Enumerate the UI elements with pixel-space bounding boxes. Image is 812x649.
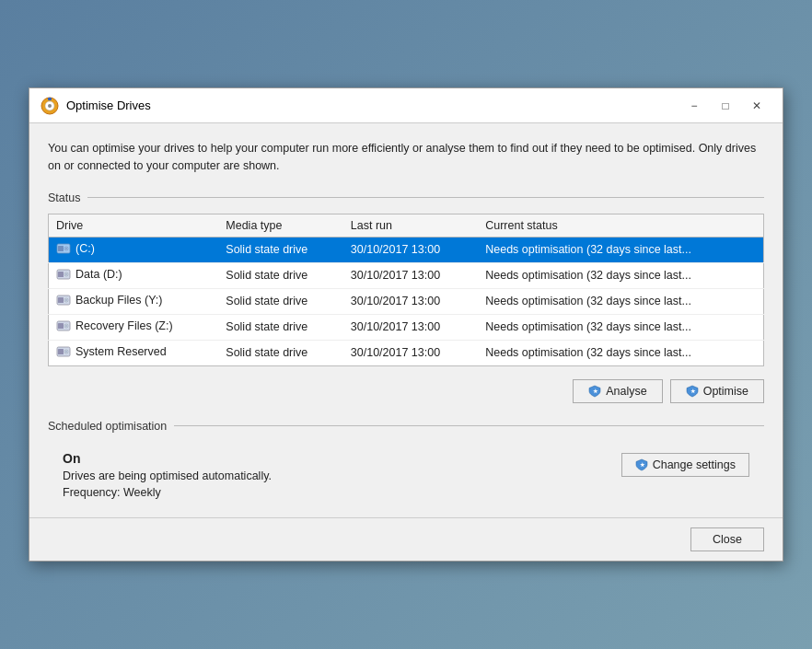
svg-point-15 xyxy=(65,299,66,300)
scheduled-frequency: Frequency: Weekly xyxy=(63,486,621,499)
status-cell: Needs optimisation (32 days since last..… xyxy=(478,237,763,262)
drive-icon-cell: Data (D:) xyxy=(56,267,122,282)
minimize-button[interactable]: − xyxy=(679,96,709,116)
change-settings-label: Change settings xyxy=(653,458,736,471)
svg-rect-13 xyxy=(58,297,64,303)
drive-name-cell: Recovery Files (Z:) xyxy=(49,314,219,340)
disk-icon xyxy=(56,241,71,256)
drive-label: Data (D:) xyxy=(75,268,122,281)
drive-label: System Reserved xyxy=(75,345,167,358)
svg-rect-21 xyxy=(58,349,64,354)
status-section-header: Status xyxy=(48,191,764,204)
drive-name-cell: (C:) xyxy=(49,237,219,262)
media-type-cell: Solid state drive xyxy=(218,237,343,262)
analyse-shield-icon: ★ xyxy=(588,385,601,398)
analyse-label: Analyse xyxy=(606,385,646,398)
table-row[interactable]: Recovery Files (Z:) Solid state drive30/… xyxy=(49,314,764,340)
description-text: You can optimise your drives to help you… xyxy=(48,140,764,175)
optimise-button[interactable]: ★ Optimise xyxy=(670,379,764,403)
titlebar-icon xyxy=(41,97,59,115)
drive-name-cell: Data (D:) xyxy=(49,262,219,288)
table-header-row: Drive Media type Last run Current status xyxy=(49,214,764,237)
disk-icon xyxy=(56,344,71,359)
drive-icon-cell: Recovery Files (Z:) xyxy=(56,319,173,333)
svg-point-19 xyxy=(65,325,66,326)
optimise-label: Optimise xyxy=(703,385,748,398)
main-content: You can optimise your drives to help you… xyxy=(29,123,783,517)
table-row[interactable]: Data (D:) Solid state drive30/10/2017 13… xyxy=(49,262,764,288)
table-row[interactable]: System Reserved Solid state drive30/10/2… xyxy=(49,340,764,365)
svg-rect-17 xyxy=(58,323,64,329)
drive-label: (C:) xyxy=(75,242,95,255)
drive-label: Recovery Files (Z:) xyxy=(75,319,173,332)
status-cell: Needs optimisation (32 days since last..… xyxy=(478,314,763,340)
table-body: (C:) Solid state drive30/10/2017 13:00Ne… xyxy=(49,237,764,365)
svg-rect-5 xyxy=(58,246,64,251)
scheduled-row: On Drives are being optimised automatica… xyxy=(63,451,749,499)
last-run-cell: 30/10/2017 13:00 xyxy=(343,314,478,340)
change-settings-shield-icon: ★ xyxy=(635,458,648,471)
maximize-button[interactable]: □ xyxy=(711,96,740,116)
last-run-cell: 30/10/2017 13:00 xyxy=(343,237,478,262)
table-row[interactable]: (C:) Solid state drive30/10/2017 13:00Ne… xyxy=(49,237,764,262)
optimise-shield-icon: ★ xyxy=(686,385,699,398)
drive-icon-cell: (C:) xyxy=(56,241,95,256)
scheduled-divider xyxy=(174,425,764,426)
disk-icon xyxy=(56,319,71,333)
status-divider xyxy=(87,197,764,198)
disk-icon xyxy=(56,293,71,307)
col-current-status: Current status xyxy=(478,214,763,237)
svg-point-23 xyxy=(65,351,66,352)
window-title: Optimise Drives xyxy=(66,99,672,112)
svg-point-7 xyxy=(65,248,66,249)
svg-rect-9 xyxy=(58,272,64,277)
drive-name-cell: Backup Files (Y:) xyxy=(49,288,219,314)
close-button[interactable]: Close xyxy=(690,527,764,551)
scheduled-status: On xyxy=(63,451,621,466)
action-buttons: ★ Analyse ★ Optimise xyxy=(48,379,764,403)
status-cell: Needs optimisation (32 days since last..… xyxy=(478,262,763,288)
col-last-run: Last run xyxy=(343,214,478,237)
media-type-cell: Solid state drive xyxy=(218,262,343,288)
window-close-button[interactable]: ✕ xyxy=(742,96,771,116)
col-drive: Drive xyxy=(49,214,219,237)
scheduled-description: Drives are being optimised automatically… xyxy=(63,469,621,482)
scheduled-content: On Drives are being optimised automatica… xyxy=(48,442,764,503)
status-cell: Needs optimisation (32 days since last..… xyxy=(478,288,763,314)
last-run-cell: 30/10/2017 13:00 xyxy=(343,340,478,365)
status-cell: Needs optimisation (32 days since last..… xyxy=(478,340,763,365)
drive-table: Drive Media type Last run Current status… xyxy=(48,214,764,366)
scheduled-info: On Drives are being optimised automatica… xyxy=(63,451,621,499)
svg-point-2 xyxy=(48,104,52,108)
bottom-bar: Close xyxy=(29,517,783,561)
table-row[interactable]: Backup Files (Y:) Solid state drive30/10… xyxy=(49,288,764,314)
media-type-cell: Solid state drive xyxy=(218,340,343,365)
change-settings-button[interactable]: ★ Change settings xyxy=(621,453,749,477)
analyse-button[interactable]: ★ Analyse xyxy=(573,379,662,403)
scheduled-label: Scheduled optimisation xyxy=(48,420,167,433)
titlebar: Optimise Drives − □ ✕ xyxy=(29,88,783,123)
window-controls: − □ ✕ xyxy=(679,96,771,116)
svg-rect-3 xyxy=(48,98,52,100)
media-type-cell: Solid state drive xyxy=(218,288,343,314)
drive-name-cell: System Reserved xyxy=(49,340,219,365)
media-type-cell: Solid state drive xyxy=(218,314,343,340)
drive-icon-cell: Backup Files (Y:) xyxy=(56,293,162,307)
scheduled-section-header: Scheduled optimisation xyxy=(48,420,764,433)
last-run-cell: 30/10/2017 13:00 xyxy=(343,262,478,288)
col-media-type: Media type xyxy=(218,214,343,237)
status-label: Status xyxy=(48,191,80,204)
table-header: Drive Media type Last run Current status xyxy=(49,214,764,237)
disk-icon xyxy=(56,267,71,282)
drive-label: Backup Files (Y:) xyxy=(75,294,162,307)
drive-icon-cell: System Reserved xyxy=(56,344,167,359)
svg-point-11 xyxy=(65,273,66,274)
last-run-cell: 30/10/2017 13:00 xyxy=(343,288,478,314)
optimise-drives-window: Optimise Drives − □ ✕ You can optimise y… xyxy=(29,87,783,562)
